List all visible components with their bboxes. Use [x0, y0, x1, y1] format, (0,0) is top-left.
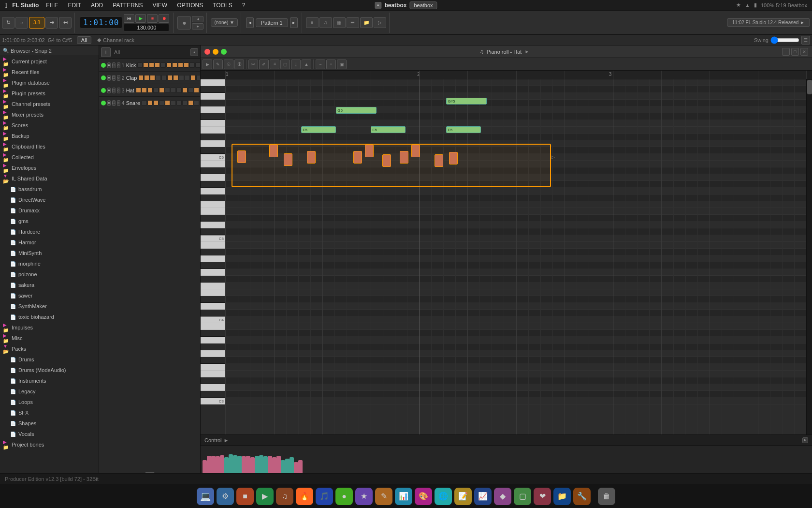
stop-btn[interactable]: ■ [147, 14, 158, 23]
sidebar-item-poizone[interactable]: 📄poizone [0, 269, 99, 280]
piano-key-34[interactable] [201, 310, 225, 316]
pattern-btn-0[interactable] [137, 62, 143, 68]
dock-icon-14[interactable]: 📝 [454, 488, 472, 505]
pattern-btn-3[interactable] [155, 62, 160, 68]
pattern-btn-0[interactable] [138, 75, 144, 80]
toolbar-btn-3[interactable]: 3.8 [29, 17, 44, 29]
pattern-btn-5[interactable] [165, 88, 170, 93]
pattern-next[interactable]: ► [290, 17, 298, 28]
pattern-btn-1[interactable] [143, 62, 148, 68]
pattern-btn-4[interactable] [165, 100, 170, 105]
sidebar-item-impulses[interactable]: ▶ 📁Impulses [0, 322, 99, 333]
minimize-btn[interactable] [213, 49, 218, 55]
pattern-btn-0[interactable] [136, 88, 141, 93]
pattern-btn-4[interactable] [161, 75, 167, 80]
channel-mini-btn2[interactable]: □ [112, 100, 116, 106]
piano-key-13[interactable] [201, 167, 225, 174]
dock-icon-15[interactable]: 📈 [474, 488, 492, 505]
pr-zoom-out[interactable]: − [316, 60, 325, 69]
note-e5-1[interactable]: E5 [301, 126, 336, 133]
piano-key-29[interactable] [201, 276, 225, 283]
piano-key-22[interactable] [201, 228, 225, 235]
piano-key-11[interactable]: C6 [201, 154, 225, 161]
play-btn[interactable]: ▶ [135, 14, 146, 23]
ctrl-scroll-right[interactable]: ► [802, 437, 808, 443]
sel-note-2[interactable] [269, 145, 278, 157]
sidebar-item-project-bones[interactable]: ▶ 📁Project bones [0, 439, 99, 450]
dock-icon-3[interactable]: ■ [236, 488, 254, 505]
pattern-btn-3[interactable] [156, 75, 161, 80]
dock-icon-16[interactable]: ◆ [494, 488, 511, 505]
sidebar-item-instruments[interactable]: 📄Instruments [0, 375, 99, 386]
piano-key-36[interactable] [201, 323, 225, 330]
sidebar-item-shapes[interactable]: 📄Shapes [0, 418, 99, 429]
pattern-btn-5[interactable] [166, 62, 172, 68]
piano-key-35[interactable]: C4 [201, 316, 225, 323]
pattern-btn-7[interactable] [179, 75, 184, 80]
channel-led[interactable] [101, 88, 106, 93]
sidebar-item-clipboard-files[interactable]: ▶ 📁Clipboard files [0, 141, 99, 152]
pr-tool-3[interactable]: ☉ [224, 60, 233, 69]
sel-note-6[interactable] [365, 145, 374, 157]
piano-key-42[interactable] [201, 364, 225, 371]
dock-finder[interactable]: 💻 [197, 488, 214, 505]
browser-header[interactable]: 🔍 Browser - Snap 2 [0, 45, 99, 56]
tool-btn-a[interactable]: ● [177, 16, 191, 30]
channel-name[interactable]: Kick [126, 62, 136, 68]
sel-note-3[interactable] [284, 153, 292, 166]
channel-mini-btn3[interactable]: ○ [117, 75, 120, 81]
pr-tool-8[interactable]: ▢ [280, 60, 290, 69]
pattern-btn-5[interactable] [171, 100, 176, 105]
dock-icon-17[interactable]: ▢ [514, 488, 531, 505]
channel-mini-btn[interactable]: ● [107, 88, 111, 93]
pattern-btn-4[interactable] [160, 62, 166, 68]
dock-icon-13[interactable]: 🌐 [435, 488, 452, 505]
dock-icon-12[interactable]: 🎨 [415, 488, 432, 505]
pattern-btn-7[interactable] [178, 62, 183, 68]
selection-handle[interactable]: ▷ [551, 152, 557, 162]
pr-tool-2[interactable]: ✎ [213, 60, 223, 69]
dock-icon-18[interactable]: ❤ [534, 488, 551, 505]
pattern-btn-2[interactable] [149, 62, 154, 68]
toolbar-btn-5[interactable]: ↤ [59, 17, 72, 29]
pattern-btn-9[interactable] [189, 62, 195, 68]
sidebar-item-mixer-presets[interactable]: ▶ 📁Mixer presets [0, 109, 99, 120]
tool-btn-c[interactable]: ► [192, 23, 203, 30]
piano-key-6[interactable] [201, 120, 225, 127]
piano-key-24[interactable] [201, 242, 225, 249]
pattern-btn-6[interactable] [176, 100, 182, 105]
rewind-btn[interactable]: ⏮ [124, 14, 134, 23]
sidebar-item-hardcore[interactable]: 📄Hardcore [0, 226, 99, 237]
mixer-btn[interactable]: ≡ [306, 17, 319, 28]
channel-name[interactable]: Clap [126, 75, 137, 81]
dock-icon-6[interactable]: 🔥 [296, 488, 313, 505]
piano-roll-btn[interactable]: ♫ [319, 17, 332, 28]
piano-key-5[interactable] [201, 113, 225, 120]
sidebar-item-collected[interactable]: ▶ 📁Collected [0, 152, 99, 163]
pattern-btn-9[interactable] [190, 75, 196, 80]
pattern-btn-10[interactable] [195, 62, 200, 68]
apple-icon[interactable]:  [5, 1, 7, 9]
channel-led[interactable] [101, 75, 106, 80]
channel-rack-label[interactable]: Channel rack [103, 37, 134, 43]
sidebar-item-vocals[interactable]: 📄Vocals [0, 429, 99, 439]
piano-key-3[interactable] [201, 100, 225, 106]
menu-tools[interactable]: TOOLS [210, 1, 234, 10]
sidebar-item-loops[interactable]: 📄Loops [0, 397, 99, 407]
toolbar-btn-1[interactable]: ↻ [2, 17, 14, 29]
record-btn[interactable]: ⏺ [159, 14, 169, 23]
pattern-btn-5[interactable] [167, 75, 173, 80]
dock-icon-4[interactable]: ▶ [256, 488, 274, 505]
sidebar-item-directwave[interactable]: 📄DirectWave [0, 194, 99, 205]
piano-key-7[interactable] [201, 127, 225, 134]
pr-tool-1[interactable]: ▶ [203, 60, 212, 69]
pattern-btn-3[interactable] [153, 88, 159, 93]
piano-key-17[interactable] [201, 194, 225, 201]
maximize-btn[interactable] [221, 49, 227, 55]
dock-trash[interactable]: 🗑 [598, 488, 615, 505]
sidebar-item-scores[interactable]: ▶ 📁Scores [0, 120, 99, 131]
sidebar-item-current-project[interactable]: ▶ 📁Current project [0, 56, 99, 67]
pattern-btn-11[interactable] [200, 88, 200, 93]
pr-tool-11[interactable]: ▣ [337, 60, 347, 69]
pattern-prev[interactable]: ◄ [246, 17, 254, 28]
